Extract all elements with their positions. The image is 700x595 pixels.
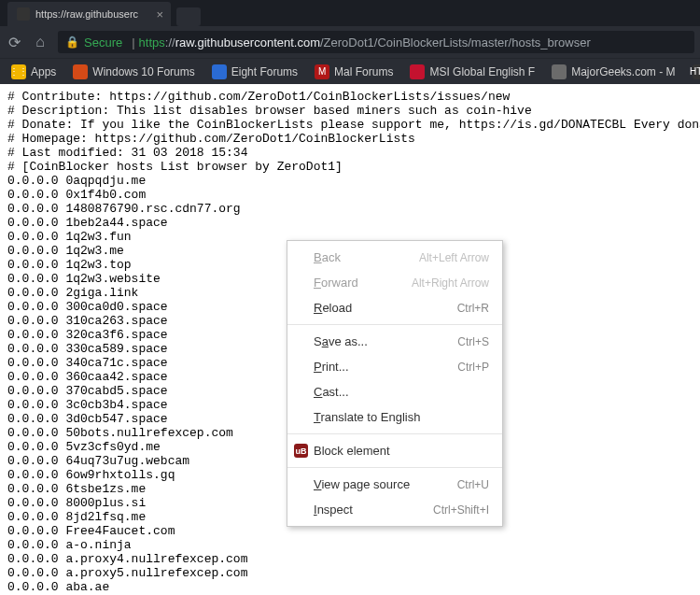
bookmark-item[interactable]: HTGHow-To: [687, 63, 700, 81]
bookmark-icon: [552, 64, 567, 79]
tab-favicon: [17, 7, 30, 21]
context-menu-item: ForwardAlt+Right Arrow: [287, 270, 502, 295]
context-menu-shortcut: Ctrl+U: [457, 478, 489, 491]
bookmark-label: Windows 10 Forums: [92, 65, 194, 78]
url-separator: |: [132, 35, 134, 50]
bookmark-label: Eight Forums: [231, 65, 298, 78]
secure-label: Secure: [84, 35, 122, 50]
tab-bar: https://raw.githubuserc ×: [0, 0, 700, 26]
context-menu-item[interactable]: ReloadCtrl+R: [287, 295, 502, 320]
context-menu: BackAlt+Left ArrowForwardAlt+Right Arrow…: [287, 240, 503, 527]
new-tab-button[interactable]: [176, 7, 201, 26]
tab-title: https://raw.githubuserc: [35, 8, 150, 20]
context-menu-item[interactable]: View page sourceCtrl+U: [287, 472, 502, 497]
context-menu-label: Translate to English: [314, 410, 489, 424]
bookmark-item[interactable]: MMal Forums: [309, 63, 399, 81]
url-host: raw.githubusercontent.com: [175, 35, 320, 50]
context-menu-separator: [287, 433, 502, 434]
bookmark-label: MSI Global English F: [429, 65, 535, 78]
bookmark-item[interactable]: Windows 10 Forums: [67, 63, 200, 81]
bookmark-item[interactable]: Eight Forums: [206, 63, 303, 81]
context-menu-item[interactable]: uBBlock element: [287, 438, 502, 463]
close-icon[interactable]: ×: [156, 8, 163, 21]
context-menu-label: Back: [314, 250, 419, 264]
context-menu-label: Inspect: [314, 503, 433, 517]
bookmark-icon: ⋮⋮: [11, 64, 26, 79]
context-menu-item: BackAlt+Left Arrow: [287, 245, 502, 270]
toolbar: ⟳ ⌂ 🔒 Secure | https :// raw.githubuserc…: [0, 26, 700, 58]
reload-icon[interactable]: ⟳: [6, 34, 22, 51]
context-menu-shortcut: Alt+Right Arrow: [412, 276, 489, 290]
context-menu-label: Reload: [314, 301, 457, 315]
context-menu-label: Cast...: [314, 385, 489, 399]
bookmark-label: Mal Forums: [334, 65, 393, 78]
context-menu-separator: [287, 467, 502, 468]
bookmark-item[interactable]: MajorGeeks.com - M: [546, 63, 680, 81]
context-menu-label: Save as...: [314, 334, 457, 348]
context-menu-label: View page source: [314, 477, 457, 491]
bookmark-icon: [212, 64, 227, 79]
context-menu-shortcut: Ctrl+S: [457, 335, 489, 348]
context-menu-label: Print...: [314, 360, 457, 374]
context-menu-item[interactable]: Print...Ctrl+P: [287, 354, 502, 379]
context-menu-item[interactable]: Cast...: [287, 379, 502, 404]
context-menu-item[interactable]: InspectCtrl+Shift+I: [287, 497, 502, 522]
context-menu-item[interactable]: Save as...Ctrl+S: [287, 329, 502, 354]
lock-icon: 🔒: [65, 35, 79, 49]
context-menu-label: Forward: [314, 276, 412, 290]
context-menu-shortcut: Ctrl+P: [457, 361, 489, 374]
bookmark-icon: M: [315, 64, 329, 79]
context-menu-item[interactable]: Translate to English: [287, 404, 502, 430]
bookmark-icon: [410, 64, 425, 79]
context-menu-shortcut: Ctrl+R: [457, 302, 489, 315]
context-menu-shortcut: Ctrl+Shift+I: [433, 503, 489, 517]
home-icon[interactable]: ⌂: [32, 34, 49, 50]
context-menu-shortcut: Alt+Left Arrow: [419, 251, 489, 264]
ublock-icon: uB: [294, 444, 308, 458]
context-menu-label: Block element: [314, 444, 489, 458]
bookmark-icon: [73, 64, 88, 79]
bookmark-label: Apps: [31, 65, 56, 78]
bookmark-icon: HTG: [693, 64, 700, 79]
url-path: /ZeroDot1/CoinBlockerLists/master/hosts_…: [320, 35, 591, 50]
bookmark-item[interactable]: MSI Global English F: [404, 63, 540, 81]
bookmarks-bar: ⋮⋮AppsWindows 10 ForumsEight ForumsMMal …: [0, 58, 700, 84]
browser-tab[interactable]: https://raw.githubuserc ×: [7, 2, 171, 26]
bookmark-item[interactable]: ⋮⋮Apps: [6, 63, 62, 81]
bookmark-label: MajorGeeks.com - M: [571, 65, 675, 78]
url-host-pre: ://: [165, 35, 175, 50]
address-bar[interactable]: 🔒 Secure | https :// raw.githubuserconte…: [58, 31, 694, 53]
url-scheme: https: [139, 35, 165, 50]
context-menu-separator: [287, 324, 502, 325]
